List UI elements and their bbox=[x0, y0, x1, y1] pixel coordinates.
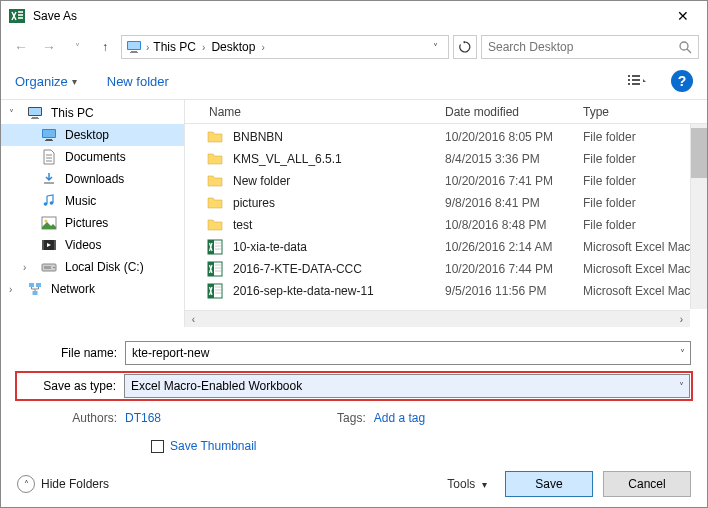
nav-up-button[interactable]: ↑ bbox=[93, 35, 117, 59]
file-name: 2016-7-KTE-DATA-CCC bbox=[233, 262, 445, 276]
view-options-button[interactable] bbox=[617, 70, 657, 92]
sidebar-item-label: Network bbox=[51, 282, 95, 296]
column-name[interactable]: Name bbox=[185, 105, 445, 119]
tools-dropdown[interactable]: Tools ▾ bbox=[447, 477, 487, 491]
excel-file-icon bbox=[207, 239, 223, 255]
hide-folders-button[interactable]: ˄ Hide Folders bbox=[17, 475, 109, 493]
svg-rect-36 bbox=[44, 266, 51, 269]
vertical-scrollbar[interactable] bbox=[690, 124, 707, 309]
address-dropdown[interactable]: ˅ bbox=[426, 42, 444, 53]
file-row[interactable]: 2016-7-KTE-DATA-CCC10/20/2016 7:44 PMMic… bbox=[185, 258, 707, 280]
file-date: 9/5/2016 11:56 PM bbox=[445, 284, 583, 298]
organize-button[interactable]: Organize ▾ bbox=[15, 74, 77, 89]
close-button[interactable]: ✕ bbox=[660, 2, 705, 30]
filename-row: File name: ˅ bbox=[17, 341, 691, 365]
file-name: 2016-sep-kte-data-new-11 bbox=[233, 284, 445, 298]
svg-rect-6 bbox=[131, 51, 137, 52]
search-input[interactable] bbox=[488, 40, 678, 54]
refresh-button[interactable] bbox=[453, 35, 477, 59]
sidebar-item-downloads[interactable]: Downloads bbox=[1, 168, 184, 190]
address-bar[interactable]: › This PC › Desktop › ˅ bbox=[121, 35, 449, 59]
authors-value[interactable]: DT168 bbox=[125, 411, 161, 425]
search-box[interactable] bbox=[481, 35, 699, 59]
sidebar-item-label: This PC bbox=[51, 106, 94, 120]
svg-point-29 bbox=[50, 201, 54, 205]
filename-label: File name: bbox=[17, 346, 125, 360]
svg-line-9 bbox=[687, 49, 691, 53]
horizontal-scrollbar[interactable]: ‹ › bbox=[185, 310, 690, 327]
sidebar-item-label: Music bbox=[65, 194, 96, 208]
scroll-right-icon[interactable]: › bbox=[673, 314, 690, 325]
refresh-icon bbox=[459, 41, 471, 53]
file-date: 10/8/2016 8:48 PM bbox=[445, 218, 583, 232]
sidebar-item-documents[interactable]: Documents bbox=[1, 146, 184, 168]
chevron-right-icon[interactable]: › bbox=[202, 42, 205, 53]
column-date[interactable]: Date modified bbox=[445, 105, 583, 119]
file-type: File folder bbox=[583, 130, 636, 144]
folder-icon bbox=[207, 173, 223, 189]
chevron-right-icon[interactable]: › bbox=[23, 262, 26, 273]
chevron-right-icon[interactable]: › bbox=[146, 42, 149, 53]
filename-input[interactable] bbox=[125, 341, 691, 365]
excel-file-icon bbox=[207, 283, 223, 299]
help-button[interactable]: ? bbox=[671, 70, 693, 92]
svg-rect-2 bbox=[18, 14, 23, 16]
file-date: 10/26/2016 2:14 AM bbox=[445, 240, 583, 254]
sidebar-item-music[interactable]: Music bbox=[1, 190, 184, 212]
sidebar-item-pictures[interactable]: Pictures bbox=[1, 212, 184, 234]
save-thumbnail-checkbox[interactable] bbox=[151, 440, 164, 453]
nav-forward-button: → bbox=[37, 35, 61, 59]
file-header: Name Date modified Type bbox=[185, 100, 707, 124]
chevron-down-icon[interactable]: ˅ bbox=[9, 108, 14, 119]
sidebar-item-desktop[interactable]: Desktop bbox=[1, 124, 184, 146]
sidebar-item-network[interactable]: › Network bbox=[1, 278, 184, 300]
sidebar-item-label: Videos bbox=[65, 238, 101, 252]
excel-file-icon bbox=[207, 261, 223, 277]
file-name: BNBNBN bbox=[233, 130, 445, 144]
save-thumbnail-label[interactable]: Save Thumbnail bbox=[170, 439, 257, 453]
svg-point-28 bbox=[44, 202, 48, 206]
scroll-left-icon[interactable]: ‹ bbox=[185, 314, 202, 325]
sidebar-item-local-disk[interactable]: › Local Disk (C:) bbox=[1, 256, 184, 278]
nav-recent-dropdown[interactable]: ˅ bbox=[65, 35, 89, 59]
cancel-button[interactable]: Cancel bbox=[603, 471, 691, 497]
svg-rect-5 bbox=[128, 42, 140, 49]
svg-rect-13 bbox=[632, 79, 640, 81]
file-row[interactable]: KMS_VL_ALL_6.5.18/4/2015 3:36 PMFile fol… bbox=[185, 148, 707, 170]
svg-rect-19 bbox=[31, 118, 39, 119]
download-icon bbox=[41, 171, 57, 187]
save-button[interactable]: Save bbox=[505, 471, 593, 497]
svg-rect-21 bbox=[43, 130, 55, 137]
help-icon: ? bbox=[678, 73, 687, 89]
breadcrumb-desktop[interactable]: Desktop bbox=[211, 40, 255, 54]
svg-rect-40 bbox=[33, 291, 38, 295]
nav-back-button[interactable]: ← bbox=[9, 35, 33, 59]
file-name: pictures bbox=[233, 196, 445, 210]
file-row[interactable]: pictures9/8/2016 8:41 PMFile folder bbox=[185, 192, 707, 214]
file-row[interactable]: 10-xia-te-data10/26/2016 2:14 AMMicrosof… bbox=[185, 236, 707, 258]
file-row[interactable]: 2016-sep-kte-data-new-119/5/2016 11:56 P… bbox=[185, 280, 707, 302]
chevron-right-icon[interactable]: › bbox=[9, 284, 12, 295]
svg-rect-23 bbox=[45, 140, 53, 141]
sidebar-item-this-pc[interactable]: ˅ This PC bbox=[1, 102, 184, 124]
svg-rect-34 bbox=[54, 240, 56, 250]
toolbar: Organize ▾ New folder ? bbox=[1, 63, 707, 99]
video-icon bbox=[41, 237, 57, 253]
file-row[interactable]: BNBNBN10/20/2016 8:05 PMFile folder bbox=[185, 126, 707, 148]
window-title: Save As bbox=[33, 9, 660, 23]
svg-rect-18 bbox=[32, 117, 38, 118]
breadcrumb-this-pc[interactable]: This PC bbox=[153, 40, 196, 54]
file-type: File folder bbox=[583, 218, 636, 232]
file-row[interactable]: test10/8/2016 8:48 PMFile folder bbox=[185, 214, 707, 236]
file-type: File folder bbox=[583, 152, 636, 166]
tags-value[interactable]: Add a tag bbox=[374, 411, 425, 425]
savetype-dropdown[interactable] bbox=[124, 374, 690, 398]
sidebar-item-videos[interactable]: Videos bbox=[1, 234, 184, 256]
savetype-label: Save as type: bbox=[18, 379, 124, 393]
column-type[interactable]: Type bbox=[583, 105, 707, 119]
save-thumbnail-row: Save Thumbnail bbox=[151, 439, 691, 453]
file-row[interactable]: New folder10/20/2016 7:41 PMFile folder bbox=[185, 170, 707, 192]
network-icon bbox=[27, 281, 43, 297]
new-folder-button[interactable]: New folder bbox=[107, 74, 169, 89]
chevron-right-icon[interactable]: › bbox=[261, 42, 264, 53]
